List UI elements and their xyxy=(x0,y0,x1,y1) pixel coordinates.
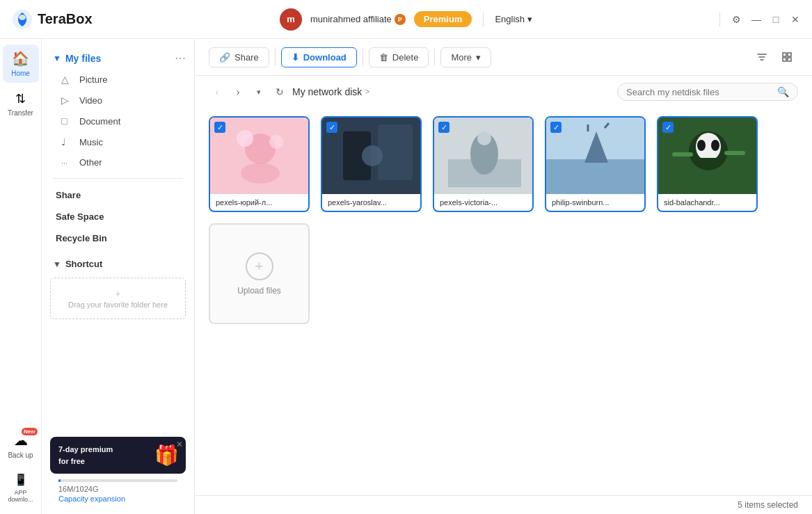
maximize-button[interactable]: □ xyxy=(770,14,781,25)
download-icon: ⬇ xyxy=(292,52,299,63)
p-badge: P xyxy=(395,14,406,25)
nav-item-transfer[interactable]: ⇅ Transfer xyxy=(3,86,39,122)
storage-bar xyxy=(58,479,177,482)
drag-zone[interactable]: + Drag your favorite folder here xyxy=(50,278,186,319)
promo-text: 7-day premium for free xyxy=(58,444,113,467)
file-name-4: philip-swinburn... xyxy=(546,194,644,211)
file-card-3[interactable]: ✓ pexels-victoria-... xyxy=(433,116,534,212)
file-checkbox-1[interactable]: ✓ xyxy=(214,122,225,133)
picture-icon: △ xyxy=(61,74,74,85)
file-card-5[interactable]: ✓ sid-balachandr... xyxy=(657,116,758,212)
minimize-button[interactable]: — xyxy=(751,14,762,25)
svg-rect-13 xyxy=(378,125,413,180)
sidebar-menu-icon[interactable]: ⋯ xyxy=(175,51,186,65)
files-grid: ✓ pexels-юрий-л... ✓ xyxy=(195,105,812,495)
nav-label-transfer: Transfer xyxy=(8,109,33,117)
promo-close[interactable]: ✕ xyxy=(176,440,183,449)
logo-text: TeraBox xyxy=(38,11,93,27)
more-chevron-icon: ▾ xyxy=(476,52,481,63)
selected-count: 5 items selected xyxy=(738,500,798,510)
breadcrumb-bar: ‹ › ▾ ↻ My network disk > 🔍 xyxy=(195,76,812,105)
shortcut-header[interactable]: ▼ Shortcut xyxy=(42,255,194,273)
svg-rect-29 xyxy=(693,158,724,163)
file-name-3: pexels-victoria-... xyxy=(434,194,532,211)
capacity-link[interactable]: Capacity expansion xyxy=(50,495,186,508)
language-selector[interactable]: English ▾ xyxy=(495,14,532,24)
svg-point-10 xyxy=(269,135,283,149)
nav-label-home: Home xyxy=(11,70,30,77)
search-box: 🔍 xyxy=(617,83,798,101)
toolbar-sep3 xyxy=(434,49,435,65)
filter-button[interactable] xyxy=(751,46,773,68)
sidebar-divider xyxy=(53,178,183,179)
nav-item-backup[interactable]: New ☁ Back up xyxy=(3,426,39,465)
nav-item-app[interactable]: 📱 APP downlo... xyxy=(3,467,39,508)
svg-point-8 xyxy=(241,163,280,184)
breadcrumb-refresh-button[interactable]: ↻ xyxy=(271,83,288,100)
logo-area: TeraBox xyxy=(11,8,274,31)
delete-icon: 🗑 xyxy=(379,52,388,63)
view-button[interactable] xyxy=(776,46,798,68)
sidebar-item-recycle[interactable]: Recycle Bin xyxy=(42,227,194,249)
sidebar-item-other[interactable]: ··· Other xyxy=(42,152,194,172)
sidebar-item-document[interactable]: □ Document xyxy=(42,111,194,131)
sidebar: ▼ My files ⋯ △ Picture ▷ Video □ Documen… xyxy=(42,39,195,514)
file-checkbox-4[interactable]: ✓ xyxy=(550,122,562,133)
delete-button[interactable]: 🗑 Delete xyxy=(369,47,429,67)
promo-card[interactable]: ✕ 7-day premium for free 🎁 xyxy=(50,437,186,474)
svg-rect-2 xyxy=(783,53,786,56)
sidebar-item-video[interactable]: ▷ Video xyxy=(42,90,194,111)
settings-button[interactable]: ⚙ xyxy=(731,14,742,25)
toolbar: 🔗 Share ⬇ Download 🗑 Delete More ▾ xyxy=(195,39,812,76)
main-content: 🔗 Share ⬇ Download 🗑 Delete More ▾ xyxy=(195,39,812,514)
file-name-5: sid-balachandr... xyxy=(658,194,756,211)
file-checkbox-5[interactable]: ✓ xyxy=(662,122,674,133)
nav-label-app: APP downlo... xyxy=(6,489,36,503)
nav-label-backup: Back up xyxy=(8,451,33,459)
music-icon: ♩ xyxy=(61,136,74,147)
svg-rect-5 xyxy=(788,58,791,61)
breadcrumb-dropdown-button[interactable]: ▾ xyxy=(250,83,267,100)
close-button[interactable]: ✕ xyxy=(790,14,801,25)
drag-plus-icon: + xyxy=(56,288,180,299)
other-icon: ··· xyxy=(61,159,74,167)
shortcut-section: ▼ Shortcut + Drag your favorite folder h… xyxy=(42,249,194,329)
search-input[interactable] xyxy=(626,87,773,97)
upload-label: Upload files xyxy=(237,286,281,296)
breadcrumb-path: My network disk > xyxy=(292,86,369,97)
storage-text: 16M/1024G xyxy=(50,485,186,495)
nav-item-home[interactable]: 🏠 Home xyxy=(3,45,39,83)
svg-rect-30 xyxy=(672,152,693,156)
myfiles-arrow-icon: ▼ xyxy=(53,54,61,63)
download-button[interactable]: ⬇ Download xyxy=(281,47,357,67)
transfer-icon: ⇅ xyxy=(15,91,26,106)
sidebar-item-music[interactable]: ♩ Music xyxy=(42,131,194,152)
avatar: m xyxy=(280,8,302,31)
search-icon[interactable]: 🔍 xyxy=(777,86,789,97)
toolbar-sep2 xyxy=(363,49,363,65)
file-card-1[interactable]: ✓ pexels-юрий-л... xyxy=(209,116,310,212)
svg-point-27 xyxy=(697,140,706,151)
upload-card[interactable]: + Upload files xyxy=(209,223,310,324)
share-button[interactable]: 🔗 Share xyxy=(209,47,269,67)
sidebar-myfiles-header[interactable]: ▼ My files ⋯ xyxy=(42,47,194,69)
file-card-2[interactable]: ✓ pexels-yaroslav... xyxy=(321,116,422,212)
svg-point-14 xyxy=(362,145,383,166)
sidebar-item-safespace[interactable]: Safe Space xyxy=(42,206,194,227)
file-checkbox-3[interactable]: ✓ xyxy=(438,122,449,133)
main-layout: 🏠 Home ⇅ Transfer New ☁ Back up 📱 APP do… xyxy=(0,39,812,514)
file-checkbox-2[interactable]: ✓ xyxy=(326,122,337,133)
more-button[interactable]: More ▾ xyxy=(440,47,491,67)
file-name-1: pexels-юрий-л... xyxy=(210,194,308,211)
premium-button[interactable]: Premium xyxy=(414,11,472,27)
sidebar-item-picture[interactable]: △ Picture xyxy=(42,69,194,90)
svg-rect-4 xyxy=(783,58,786,61)
shortcut-title: Shortcut xyxy=(65,259,102,269)
file-card-4[interactable]: ✓ philip-swinburn... xyxy=(545,116,646,212)
breadcrumb-back-button[interactable]: ‹ xyxy=(209,83,225,100)
titlebar-right: ⚙ — □ ✕ xyxy=(538,13,801,26)
svg-point-28 xyxy=(711,140,719,151)
sidebar-item-share[interactable]: Share xyxy=(42,184,194,206)
left-nav: 🏠 Home ⇅ Transfer New ☁ Back up 📱 APP do… xyxy=(0,39,42,514)
breadcrumb-forward-button[interactable]: › xyxy=(230,83,246,100)
